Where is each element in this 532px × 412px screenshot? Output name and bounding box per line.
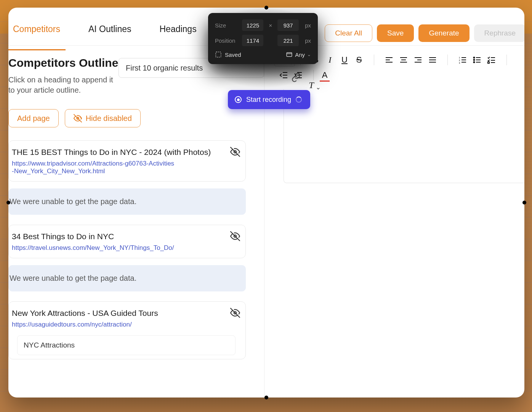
svg-point-23 (474, 60, 475, 61)
size-label: Size (215, 22, 238, 29)
resize-handle-right[interactable] (522, 201, 526, 204)
rephrase-button: Rephrase (474, 24, 524, 42)
text-color-button[interactable]: A (319, 69, 330, 81)
outdent-button[interactable] (278, 69, 290, 81)
tab-competitors[interactable]: Competitors (10, 11, 63, 42)
unit-label: px (305, 37, 311, 44)
svg-text:2: 2 (459, 59, 460, 61)
top-actions: Clear All Save Generate Rephrase (325, 24, 524, 42)
toggle-visibility-button[interactable] (230, 308, 240, 318)
save-button[interactable]: Save (377, 24, 414, 42)
competitors-pane: Competitors Outlines Click on a heading … (8, 46, 264, 398)
record-icon (235, 96, 242, 103)
hide-disabled-button[interactable]: Hide disabled (65, 109, 141, 127)
resize-handle-bottom[interactable] (264, 396, 268, 399)
resize-handle-left[interactable] (6, 201, 10, 204)
result-url[interactable]: https://travel.usnews.com/New_York_NY/Th… (12, 244, 176, 252)
result-url[interactable]: https://www.tripadvisor.com/Attractions-… (12, 160, 176, 175)
svg-point-22 (474, 57, 475, 58)
strikethrough-button[interactable]: S (353, 54, 365, 66)
toggle-visibility-button[interactable] (230, 147, 240, 157)
competitor-card: 34 Best Things to Do in NYC https://trav… (8, 225, 246, 258)
result-title[interactable]: 34 Best Things to Do in NYC (12, 232, 238, 241)
tab-ai-outlines[interactable]: AI Outlines (85, 11, 135, 42)
underline-button[interactable]: U (339, 54, 350, 66)
competitor-heading[interactable]: NYC Attractions (17, 335, 236, 355)
toolbar-divider (313, 70, 314, 80)
ordered-list-button[interactable]: 123 (457, 54, 468, 66)
capture-settings-panel[interactable]: Size 1225 × 937 px Position 1174 × 221 p… (208, 13, 318, 64)
checklist-button[interactable] (486, 54, 497, 66)
record-label: Start recording (246, 96, 291, 104)
editor-canvas[interactable] (284, 89, 524, 183)
chevron-down-icon: ⌄ (307, 52, 311, 57)
resize-handle-top[interactable] (264, 6, 268, 10)
saved-label: Saved (225, 52, 241, 58)
link-icon[interactable] (291, 72, 301, 84)
align-right-button[interactable] (412, 54, 424, 66)
align-left-button[interactable] (383, 54, 395, 66)
align-justify-button[interactable] (427, 54, 438, 66)
svg-text:3: 3 (459, 62, 460, 64)
start-recording-button[interactable]: Start recording (228, 90, 310, 109)
spinner-icon (296, 97, 302, 103)
hide-disabled-label: Hide disabled (86, 114, 132, 123)
position-y-input[interactable]: 221 (277, 35, 299, 46)
unordered-list-button[interactable] (471, 54, 483, 66)
toolbar-divider (506, 55, 507, 65)
pane-subtitle: Click on a heading to append it to your … (8, 75, 120, 95)
unit-label: px (305, 22, 311, 29)
toolbar-divider (447, 55, 448, 65)
saved-status: Saved (215, 51, 241, 58)
svg-rect-39 (287, 53, 292, 57)
page-data-warning: We were unable to get the page data. (8, 188, 246, 215)
add-page-label: Add page (17, 114, 50, 123)
position-x-input[interactable]: 1174 (242, 35, 263, 46)
tab-headings[interactable]: Headings (156, 11, 199, 42)
svg-rect-38 (216, 52, 221, 57)
page-data-warning: We were unable to get the page data. (8, 265, 246, 291)
result-url[interactable]: https://usaguidedtours.com/nyc/attractio… (12, 321, 176, 328)
align-center-button[interactable] (398, 54, 409, 66)
eye-off-icon (74, 114, 82, 122)
svg-point-24 (474, 62, 475, 63)
aspect-label: Any (295, 52, 305, 58)
times-icon: × (267, 22, 274, 29)
svg-rect-31 (488, 62, 489, 63)
italic-button[interactable]: I (324, 54, 336, 66)
position-label: Position (215, 37, 238, 44)
clear-all-button[interactable]: Clear All (325, 24, 372, 42)
competitor-card: THE 15 BEST Things to Do in NYC - 2024 (… (8, 140, 246, 182)
toolbar-divider (374, 55, 374, 65)
generate-button[interactable]: Generate (418, 24, 469, 42)
size-width-input[interactable]: 1225 (242, 19, 263, 31)
add-page-button[interactable]: Add page (8, 109, 59, 127)
competitor-card: New York Attractions - USA Guided Tours … (8, 301, 246, 359)
select-value: First 10 organic results (126, 64, 203, 72)
result-title[interactable]: New York Attractions - USA Guided Tours (12, 309, 238, 318)
svg-text:1: 1 (459, 56, 460, 59)
size-height-input[interactable]: 937 (277, 19, 299, 31)
result-title[interactable]: THE 15 BEST Things to Do in NYC - 2024 (… (12, 148, 238, 157)
aspect-select[interactable]: Any ⌄ (286, 51, 311, 58)
app-window: Competitors AI Outlines Headings Clear A… (8, 8, 524, 398)
toggle-visibility-button[interactable] (230, 231, 240, 241)
